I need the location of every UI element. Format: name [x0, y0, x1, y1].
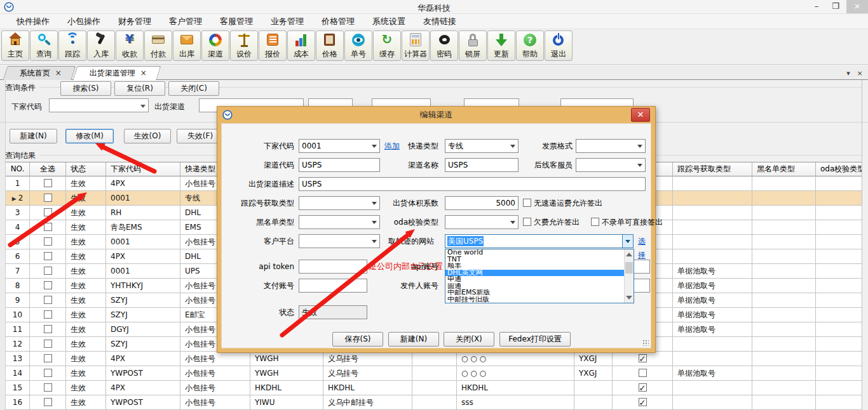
row-flag-checkbox[interactable]: [639, 369, 647, 377]
toolbar-button-cost[interactable]: 成本: [287, 30, 315, 61]
table-row[interactable]: 15生效4PX小包挂号HKDHLHKDHLHKDHL: [6, 381, 862, 395]
select-checkbox[interactable]: [44, 208, 52, 216]
oda-check-type-combo[interactable]: [445, 215, 519, 229]
tab-2[interactable]: 出货渠道管理×: [72, 66, 161, 80]
grid-header-cell[interactable]: 跟踪号获取类型: [673, 162, 752, 176]
reset-button[interactable]: 复位(R): [114, 81, 165, 96]
menu-item[interactable]: 友情链接: [414, 14, 465, 29]
dropdown-option[interactable]: One world: [445, 249, 634, 256]
toolbar-button-cache[interactable]: 缓存: [373, 30, 401, 61]
pay-account-input[interactable]: [299, 279, 367, 293]
maximize-button[interactable]: ❒: [826, 0, 845, 13]
grid-header-cell[interactable]: NO.: [6, 162, 30, 176]
track-site-combo[interactable]: 美国USPS: [445, 234, 634, 248]
dropdown-scrollbar[interactable]: [624, 249, 634, 303]
menu-item[interactable]: 客户管理: [160, 14, 211, 29]
dialog-close-button[interactable]: ✕: [631, 108, 650, 122]
tab-strip-close-icon[interactable]: ×: [855, 69, 864, 78]
select-checkbox[interactable]: [44, 398, 52, 406]
grid-header-cell[interactable]: 状态: [66, 162, 106, 176]
toolbar-button-password[interactable]: 密码: [430, 30, 458, 61]
grid-header-cell[interactable]: oda校验类型: [816, 162, 862, 176]
close-tab-button[interactable]: 关闭(C): [168, 81, 219, 96]
menu-item[interactable]: 系统设置: [363, 14, 414, 29]
select-checkbox[interactable]: [44, 252, 52, 260]
toolbar-button-outbound[interactable]: 出库: [173, 30, 201, 61]
enable-button[interactable]: 生效(O): [124, 129, 171, 143]
toolbar-button-pay[interactable]: 付款: [144, 30, 172, 61]
vendor-code-combo[interactable]: 0001: [299, 139, 380, 153]
search-button[interactable]: 搜索(S): [60, 81, 111, 96]
dialog-save-button[interactable]: 保存(S): [332, 332, 383, 347]
tab-1[interactable]: 系统首页×: [3, 66, 76, 80]
toolbar-button-calculator[interactable]: 计算器: [402, 30, 430, 61]
scroll-down-icon[interactable]: [626, 296, 632, 300]
menu-item[interactable]: 客服管理: [211, 14, 262, 29]
new-button[interactable]: 新建(N): [10, 129, 57, 143]
toolbar-button-help[interactable]: 帮助: [516, 30, 544, 61]
no-express-fee-checkbox[interactable]: 无速递运费允许签出: [523, 196, 602, 210]
dropdown-option[interactable]: 申通: [445, 276, 634, 283]
backline-agent-combo[interactable]: [576, 158, 646, 172]
dropdown-option[interactable]: DHL英文网: [445, 270, 634, 277]
menu-item[interactable]: 快件操作: [8, 14, 58, 29]
modify-button[interactable]: 修改(M): [65, 129, 114, 143]
menu-item[interactable]: 价格管理: [313, 14, 363, 29]
channel-code-input[interactable]: USPS: [299, 158, 380, 172]
grid-header-cell[interactable]: 全选: [30, 162, 66, 176]
table-row[interactable]: 13生效4PX小包挂号YWGH义乌挂号○ ○ ○YXGJ: [6, 352, 862, 366]
select-checkbox[interactable]: [44, 281, 52, 289]
select-checkbox[interactable]: [44, 179, 52, 187]
dropdown-option[interactable]: TNT: [445, 256, 634, 263]
tab-close-icon[interactable]: ×: [140, 69, 147, 77]
toolbar-button-quote[interactable]: 报价: [259, 30, 287, 61]
select-checkbox[interactable]: [44, 267, 52, 275]
toolbar-button-lock-screen[interactable]: 锁屏: [459, 30, 487, 61]
grid-header-cell[interactable]: 黑名单类型: [752, 162, 816, 176]
scroll-up-icon[interactable]: [626, 253, 632, 256]
select-checkbox[interactable]: [44, 194, 52, 202]
minimize-button[interactable]: –: [807, 0, 826, 13]
dialog-close-action-button[interactable]: 关闭(X): [444, 332, 494, 347]
menu-item[interactable]: 小包操作: [58, 14, 109, 29]
row-flag-checkbox[interactable]: [639, 354, 647, 362]
tab-close-icon[interactable]: ×: [55, 69, 62, 77]
dropdown-option[interactable]: 顺丰: [445, 263, 634, 270]
volume-factor-input[interactable]: 5000: [445, 196, 519, 210]
invoice-format-combo[interactable]: [576, 139, 646, 153]
toolbar-button-price[interactable]: 价格: [316, 30, 344, 61]
select-checkbox[interactable]: [44, 325, 52, 333]
select-checkbox[interactable]: [44, 296, 52, 304]
select-checkbox[interactable]: [44, 310, 52, 319]
row-flag-checkbox[interactable]: [639, 398, 647, 406]
tab-list-dropdown-icon[interactable]: ▾: [844, 69, 853, 78]
menu-item[interactable]: 业务管理: [262, 14, 313, 29]
menu-item[interactable]: 财务管理: [109, 14, 160, 29]
toolbar-button-receive[interactable]: 收款: [116, 30, 144, 61]
dropdown-option[interactable]: 中邮EMS新版: [445, 289, 634, 296]
chevron-down-icon[interactable]: [622, 235, 633, 248]
scroll-thumb[interactable]: [625, 262, 633, 274]
toolbar-button-inbound[interactable]: 入库: [87, 30, 115, 61]
choose-link[interactable]: 选择: [638, 234, 651, 262]
close-button[interactable]: ×: [846, 0, 868, 13]
select-checkbox[interactable]: [44, 369, 52, 377]
select-checkbox[interactable]: [44, 383, 52, 392]
track-get-type-combo[interactable]: [299, 196, 380, 210]
toolbar-button-set-price[interactable]: 设价: [230, 30, 258, 61]
select-checkbox[interactable]: [44, 237, 52, 246]
grid-vertical-scrollbar[interactable]: [862, 80, 868, 410]
dialog-new-button[interactable]: 新建(N): [388, 332, 439, 347]
toolbar-button-update[interactable]: 更新: [487, 30, 515, 61]
arrears-checkout-checkbox[interactable]: 欠费允许签出: [523, 215, 580, 229]
fedex-print-settings-button[interactable]: Fedex打印设置: [499, 332, 571, 347]
select-checkbox[interactable]: [44, 223, 52, 231]
resize-grip[interactable]: [642, 340, 649, 346]
vendor-code-select[interactable]: [49, 98, 149, 112]
channel-desc-input[interactable]: USPS: [299, 177, 646, 191]
toolbar-button-channel[interactable]: 渠道: [201, 30, 229, 61]
toolbar-button-home[interactable]: 主页: [1, 30, 29, 61]
api-token-input[interactable]: [299, 260, 367, 274]
table-row[interactable]: 14生效YWPOST小包挂号YWGH义乌挂号○ ○ ○YXGJ单据池取号: [6, 366, 862, 381]
grid-header-cell[interactable]: 下家代码: [106, 162, 180, 176]
